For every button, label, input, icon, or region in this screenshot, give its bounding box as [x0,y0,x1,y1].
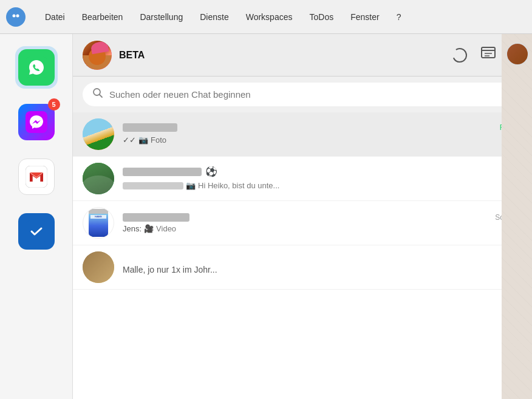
chat-avatar-4 [83,251,114,283]
preview-blurred-2 [123,182,183,189]
chat-avatar-2 [83,163,114,194]
svg-rect-6 [26,220,47,242]
svg-point-7 [453,49,466,62]
search-bar [83,83,522,106]
search-icon [92,87,103,101]
menu-datei[interactable]: Datei [36,10,73,24]
chat-name-container-2: ⚽ [123,166,217,177]
chat-preview-4: Malle, jo nur 1x im Johr... 🍺 [123,264,522,276]
chat-avatar-1 [83,118,114,150]
preview-text-4: Malle, jo nur 1x im Johr... [123,265,217,275]
chat-item-3[interactable]: HANS Sonntag Jens: 🎥 Video [73,201,532,245]
chat-item-2[interactable]: ⚽ 10:00 📷 Hi Heiko, bist du unte... 🔇 [73,157,532,201]
whatsapp-icon [18,49,55,86]
background-pattern [502,34,532,399]
chat-preview-3: Jens: 🎥 Video [123,224,522,233]
preview-text-2: Hi Heiko, bist du unte... [198,181,279,190]
soccer-emoji: ⚽ [205,166,217,177]
header-avatar[interactable] [83,41,112,70]
chat-preview-2: 📷 Hi Heiko, bist du unte... 🔇 [123,180,522,191]
chat-list: Freitag ✓✓ 📷 Foto ➤ [73,112,532,399]
chat-item-4[interactable]: Malle, jo nur 1x im Johr... 🍺 [73,245,532,290]
preview-sender-3: Jens: [123,224,142,233]
menu-bearbeiten[interactable]: Bearbeiten [73,10,132,24]
svg-point-1 [13,14,16,17]
chat-preview-1: ✓✓ 📷 Foto ➤ [123,134,522,146]
preview-text-3: Video [156,224,176,233]
chat-info-1: Freitag ✓✓ 📷 Foto ➤ [123,123,522,146]
chat-info-3: Sonntag Jens: 🎥 Video [123,213,522,233]
app-logo [6,7,26,27]
messenger-badge: 5 [48,98,60,111]
video-icon-3: 🎥 [144,224,154,233]
new-chat-icon[interactable] [480,46,496,65]
menu-help[interactable]: ? [388,10,410,24]
main-content: BETA ⋮ [73,34,532,399]
sidebar-item-gmail[interactable] [15,155,58,198]
search-bar-container [73,77,532,112]
chat-name-row-2: ⚽ 10:00 [123,166,522,177]
chat-info-2: ⚽ 10:00 📷 Hi Heiko, bist du unte... 🔇 [123,166,522,191]
chat-name-row-1: Freitag [123,123,522,132]
chat-name-row-3: Sonntag [123,213,522,222]
chat-header: BETA ⋮ [73,34,532,77]
chat-avatar-3: HANS [83,207,114,239]
svg-rect-4 [26,111,47,133]
sidebar-item-whatsapp[interactable] [15,46,58,89]
photo-icon-1: 📷 [138,135,148,145]
photo-icon-2: 📷 [186,181,196,190]
menu-dienste[interactable]: Dienste [191,10,237,24]
svg-point-0 [10,12,21,22]
svg-point-2 [16,14,19,17]
search-input[interactable] [109,89,513,100]
tasks-icon [18,213,55,250]
chat-name-3 [123,213,189,222]
preview-text-1: Foto [151,135,166,145]
messenger-icon [18,104,55,140]
svg-line-13 [100,95,103,98]
sidebar-item-messenger[interactable]: 5 [15,101,58,143]
gmail-icon [18,159,55,195]
chat-name: BETA [119,50,451,61]
chat-item-1[interactable]: Freitag ✓✓ 📷 Foto ➤ [73,112,532,157]
right-profile-area [503,43,532,66]
checkmarks-1: ✓✓ [123,135,136,145]
sidebar-item-tasks[interactable] [15,210,58,253]
chat-info-4: Malle, jo nur 1x im Johr... 🍺 [123,259,522,276]
sidebar: 5 [0,34,73,399]
right-avatar[interactable] [506,43,529,66]
menu-workspaces[interactable]: Workspaces [237,10,301,24]
chat-name-2 [123,168,202,176]
menu-bar: Datei Bearbeiten Darstellung Dienste Wor… [0,0,532,34]
chat-name-1 [123,123,177,132]
sync-icon[interactable] [451,47,468,64]
menu-darstellung[interactable]: Darstellung [131,10,191,24]
menu-todos[interactable]: ToDos [301,10,342,24]
menu-fenster[interactable]: Fenster [342,10,387,24]
